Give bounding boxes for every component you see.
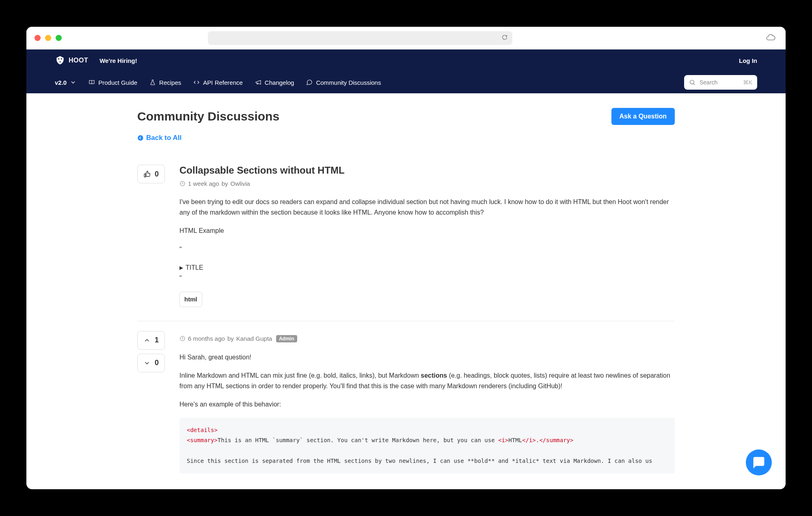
book-icon — [89, 79, 95, 86]
svg-point-2 — [138, 135, 143, 140]
svg-point-0 — [690, 80, 694, 84]
reply-p3: Here's an example of this behavior: — [179, 399, 675, 410]
traffic-lights — [35, 35, 62, 41]
brand-logo[interactable]: HOOT — [55, 55, 88, 66]
thread-divider — [137, 321, 675, 321]
subnav: v2.0 Product Guide Recipes API Reference — [26, 71, 786, 93]
reply-p2: Inline Markdown and HTML can mix just fi… — [179, 370, 675, 391]
minimize-window-button[interactable] — [45, 35, 51, 41]
version-selector[interactable]: v2.0 — [55, 79, 76, 86]
chat-fab[interactable] — [746, 449, 772, 475]
reply-downvote-button[interactable]: 0 — [137, 354, 165, 372]
post-disclosure[interactable]: TITLE — [179, 262, 675, 273]
post-meta: 1 week ago by Owlivia — [179, 180, 675, 187]
post-author: Owlivia — [231, 180, 250, 187]
back-circle-icon — [137, 135, 144, 141]
login-link[interactable]: Log In — [739, 57, 757, 64]
thumbs-up-icon — [143, 170, 151, 178]
reply-upvote-button[interactable]: 1 — [137, 331, 165, 350]
owl-icon — [55, 55, 65, 66]
nav-changelog[interactable]: Changelog — [255, 79, 294, 86]
reply-author: Kanad Gupta — [236, 335, 272, 342]
reply-upvote-count: 1 — [155, 336, 159, 344]
megaphone-icon — [255, 79, 261, 86]
cloud-icon[interactable] — [765, 32, 776, 44]
search-shortcut: ⌘K — [743, 79, 752, 86]
chevron-down-icon — [143, 359, 151, 367]
code-icon — [193, 79, 200, 86]
chevron-up-icon — [143, 337, 151, 344]
reload-icon[interactable] — [502, 34, 508, 42]
nav-product-guide[interactable]: Product Guide — [89, 79, 137, 86]
reply-downvote-count: 0 — [155, 359, 159, 367]
flask-icon — [149, 79, 156, 86]
brand-text: HOOT — [69, 57, 88, 64]
chat-bubble-icon — [306, 79, 313, 86]
reply-code-block: <details> <summary>This is an HTML `summ… — [179, 418, 675, 473]
post-body-p1: I've been trying to edit our docs so rea… — [179, 197, 675, 217]
chevron-down-icon — [70, 79, 76, 86]
nav-recipes[interactable]: Recipes — [149, 79, 181, 86]
clock-icon — [179, 181, 186, 187]
nav-api-reference[interactable]: API Reference — [193, 79, 243, 86]
browser-nav-arrows — [73, 34, 81, 42]
post-vote-count: 0 — [155, 170, 159, 178]
admin-badge: Admin — [276, 335, 297, 342]
svg-line-1 — [693, 84, 695, 85]
post-vote-button[interactable]: 0 — [137, 165, 165, 183]
search-placeholder: Search — [700, 79, 739, 86]
back-to-all-link[interactable]: Back to All — [137, 134, 675, 142]
clock-icon — [179, 335, 186, 342]
post-quote-open: " — [179, 244, 675, 255]
nav-community-discussions[interactable]: Community Discussions — [306, 79, 381, 86]
ask-question-button[interactable]: Ask a Question — [611, 108, 675, 125]
post-title: Collapsable Sections without HTML — [179, 165, 675, 176]
browser-titlebar — [26, 27, 786, 49]
page-title: Community Discussions — [137, 110, 279, 123]
post-body-p2: HTML Example — [179, 226, 675, 236]
post-tag[interactable]: html — [179, 292, 202, 307]
maximize-window-button[interactable] — [56, 35, 62, 41]
hiring-link[interactable]: We're Hiring! — [99, 57, 137, 64]
close-window-button[interactable] — [35, 35, 41, 41]
reply-meta: 6 months ago by Kanad Gupta Admin — [179, 335, 675, 342]
app-header: HOOT We're Hiring! Log In — [26, 49, 786, 71]
intercom-icon — [753, 456, 765, 469]
post-quote-close: " — [179, 273, 675, 284]
reply-p1: Hi Sarah, great question! — [179, 352, 675, 363]
browser-urlbar[interactable] — [208, 31, 512, 45]
search-icon — [689, 79, 695, 86]
search-box[interactable]: Search ⌘K — [684, 75, 757, 90]
